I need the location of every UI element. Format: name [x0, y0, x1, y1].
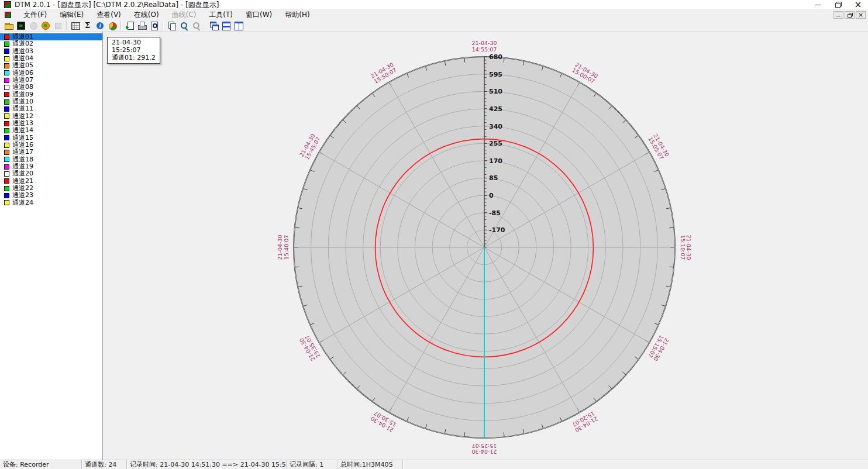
channel-list: 通道01通道02通道03通道04通道05通道06通道07通道08通道09通道10… — [0, 32, 103, 460]
menu-window[interactable]: 窗口(W) — [239, 10, 278, 20]
channel-label: 通道10 — [12, 98, 33, 105]
channel-label: 通道24 — [12, 199, 33, 206]
channel-label: 通道06 — [12, 70, 33, 77]
channel-color-swatch — [4, 63, 9, 68]
menu-tools[interactable]: 工具(T) — [202, 10, 239, 20]
channel-color-swatch — [4, 106, 9, 112]
title-bar: DTM 2.0.1 - [圆盘显示] [C:\DTM 2.0.2\RealDat… — [0, 0, 868, 10]
radial-tick-label: -170 — [489, 226, 505, 234]
channel-item[interactable]: 通道21 — [0, 178, 102, 185]
channel-label: 通道09 — [12, 91, 33, 98]
pie-view-button[interactable] — [106, 20, 118, 31]
channel-item[interactable]: 通道04 — [0, 55, 102, 62]
menu-view[interactable]: 查看(V) — [90, 10, 128, 20]
channel-label: 通道21 — [12, 178, 33, 185]
channel-color-swatch — [4, 121, 9, 126]
statistics-sigma-button[interactable] — [81, 20, 94, 31]
toolbar-separator — [163, 21, 163, 30]
channel-item[interactable]: 通道01 — [0, 33, 102, 40]
channel-item[interactable]: 通道07 — [0, 77, 102, 84]
tile-vertical-button[interactable] — [232, 20, 244, 31]
menu-bar: 文件(F)编辑(E)查看(V)在线(O)曲线(C)工具(T)窗口(W)帮助(H) — [0, 10, 868, 20]
minimize-button[interactable] — [808, 0, 828, 10]
radial-tick-label: 85 — [489, 174, 498, 182]
radial-tick-label: -85 — [489, 209, 501, 217]
channel-color-swatch — [4, 92, 9, 97]
window-title: DTM 2.0.1 - [圆盘显示] [C:\DTM 2.0.2\RealDat… — [15, 0, 808, 10]
print-preview-icon — [150, 21, 159, 30]
channel-label: 通道16 — [12, 142, 33, 149]
info-button[interactable] — [94, 20, 106, 31]
copy-icon — [167, 21, 177, 30]
print-button[interactable] — [136, 20, 148, 31]
channel-item[interactable]: 通道15 — [0, 135, 102, 142]
channel-item[interactable]: 通道13 — [0, 120, 102, 127]
channel-item[interactable]: 通道22 — [0, 185, 102, 192]
channel-item[interactable]: 通道10 — [0, 98, 102, 105]
print-preview-button[interactable] — [148, 20, 160, 31]
channel-item[interactable]: 通道23 — [0, 192, 102, 199]
export-button[interactable] — [123, 20, 136, 31]
child-window-icon[interactable] — [5, 12, 11, 18]
channel-color-swatch — [4, 78, 9, 83]
toolbar-separator — [205, 21, 205, 30]
copy-button[interactable] — [166, 20, 178, 31]
channel-color-swatch — [4, 150, 9, 155]
channel-label: 通道17 — [12, 149, 33, 156]
polar-chart-panel: 680595510425340255170850-85-17021-04-301… — [103, 32, 868, 460]
channel-item[interactable]: 通道19 — [0, 163, 102, 170]
channel-label: 通道01 — [12, 33, 33, 40]
cascade-windows-button[interactable] — [208, 20, 220, 31]
child-close-button[interactable] — [856, 11, 866, 19]
channel-item[interactable]: 通道17 — [0, 149, 102, 156]
tile-vertical-icon — [234, 21, 243, 30]
polar-chart[interactable]: 680595510425340255170850-85-17021-04-301… — [103, 32, 868, 460]
print-icon — [137, 21, 147, 30]
channel-color-swatch — [4, 49, 9, 54]
channel-color-swatch — [4, 200, 9, 205]
menu-help[interactable]: 帮助(H) — [278, 10, 316, 20]
data-view-button[interactable] — [15, 20, 27, 31]
menu-online[interactable]: 在线(O) — [128, 10, 166, 20]
tile-horizontal-icon — [222, 21, 231, 30]
record-button[interactable] — [39, 20, 51, 31]
restore-button[interactable] — [828, 0, 848, 10]
zoom-out-button — [190, 20, 202, 31]
connect-button — [27, 20, 39, 31]
info-icon — [95, 21, 105, 30]
channel-item[interactable]: 通道14 — [0, 127, 102, 134]
data-table-button[interactable] — [69, 20, 81, 31]
channel-item[interactable]: 通道06 — [0, 70, 102, 77]
channel-item[interactable]: 通道12 — [0, 113, 102, 120]
status-panel-2: 记录时间: 21-04-30 14:51:30 ==> 21-04-30 15:… — [127, 460, 287, 469]
menu-file[interactable]: 文件(F) — [17, 10, 53, 20]
channel-item[interactable]: 通道09 — [0, 91, 102, 98]
radial-tick-label: 595 — [489, 71, 502, 78]
open-file-button[interactable] — [2, 20, 15, 31]
close-button[interactable] — [848, 0, 868, 10]
channel-item[interactable]: 通道20 — [0, 170, 102, 177]
channel-item[interactable]: 通道11 — [0, 105, 102, 112]
channel-item[interactable]: 通道02 — [0, 40, 102, 47]
channel-item[interactable]: 通道08 — [0, 84, 102, 91]
channel-color-swatch — [4, 113, 9, 119]
channel-color-swatch — [4, 135, 9, 140]
tooltip-date: 21-04-30 — [112, 39, 156, 46]
channel-item[interactable]: 通道18 — [0, 156, 102, 163]
channel-label: 通道12 — [12, 113, 33, 120]
channel-color-swatch — [4, 186, 9, 191]
child-minimize-button[interactable] — [833, 11, 843, 19]
menu-edit[interactable]: 编辑(E) — [53, 10, 90, 20]
channel-item[interactable]: 通道24 — [0, 199, 102, 206]
channel-item[interactable]: 通道16 — [0, 142, 102, 149]
status-panel-0: 设备: Recorder — [0, 460, 82, 469]
time-label: 21-04-3014:55:07 — [471, 40, 497, 53]
stop-button — [51, 20, 64, 31]
child-restore-button[interactable] — [845, 11, 855, 19]
zoom-in-button[interactable] — [178, 20, 190, 31]
main-area: 通道01通道02通道03通道04通道05通道06通道07通道08通道09通道10… — [0, 32, 868, 460]
channel-label: 通道13 — [12, 120, 33, 127]
channel-item[interactable]: 通道03 — [0, 48, 102, 55]
channel-item[interactable]: 通道05 — [0, 62, 102, 69]
tile-horizontal-button[interactable] — [220, 20, 232, 31]
